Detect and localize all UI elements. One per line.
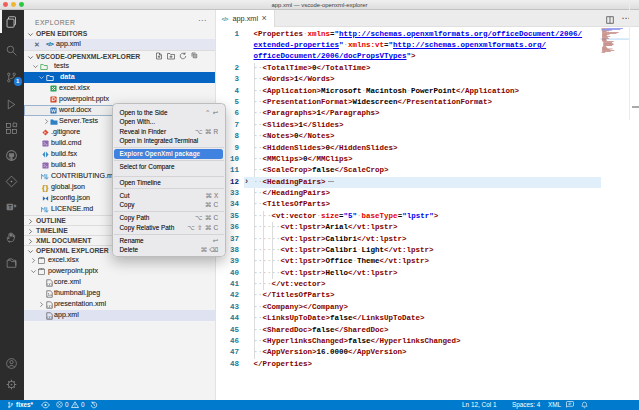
svg-text:T: T — [8, 205, 11, 210]
